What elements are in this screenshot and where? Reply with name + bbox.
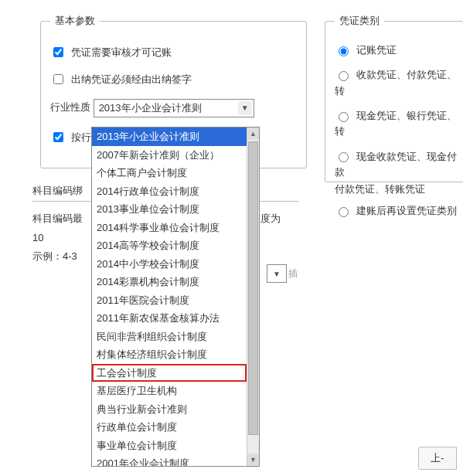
voucher-type-fieldset: 凭证类别 记账凭证 收款凭证、付款凭证、转 现金凭证、银行凭证、转 现金收款凭证…	[325, 14, 463, 182]
dropdown-item[interactable]: 2007年新会计准则（企业）	[92, 146, 247, 165]
dropdown-item[interactable]: 2013事业单位会计制度	[92, 200, 247, 219]
dropdown-scrollbar[interactable]: ▲ ▼	[247, 128, 259, 466]
dropdown-item[interactable]: 2014中小学校会计制度	[92, 255, 247, 274]
basic-params-legend: 基本参数	[50, 14, 100, 28]
review-checkbox[interactable]	[53, 47, 63, 57]
industry-selected-text: 2013年小企业会计准则	[99, 102, 202, 114]
dropdown-item[interactable]: 2014高等学校会计制度	[92, 236, 247, 255]
prev-button[interactable]: 上-	[418, 447, 457, 470]
scroll-thumb[interactable]	[248, 141, 258, 435]
scroll-down-icon[interactable]: ▼	[247, 454, 259, 466]
industry-dropdown: 2013年小企业会计准则2007年新会计准则（企业）个体工商户会计制度2014行…	[91, 127, 260, 467]
dropdown-item[interactable]: 基层医疗卫生机构	[92, 382, 247, 400]
encoding-line2: 10	[32, 232, 43, 243]
voucher-extra-line: 付款凭证、转账凭证	[335, 182, 463, 196]
dropdown-item[interactable]: 2011年医院会计制度	[92, 291, 247, 310]
dropdown-item[interactable]: 民间非营利组织会计制度	[92, 328, 247, 346]
row-review: 凭证需要审核才可记账	[50, 45, 297, 60]
voucher-radio-3[interactable]	[339, 152, 349, 162]
voucher-radio-0[interactable]	[339, 46, 349, 56]
voucher-label-4: 建账后再设置凭证类别	[356, 205, 457, 216]
voucher-type-legend: 凭证类别	[335, 14, 384, 28]
voucher-label-2: 现金凭证、银行凭证、转	[335, 110, 457, 137]
scroll-up-icon[interactable]: ▲	[247, 128, 259, 140]
dropdown-item[interactable]: 事业单位会计制度	[92, 437, 247, 455]
voucher-opt-3: 现金收款凭证、现金付款	[335, 148, 463, 180]
voucher-opt-4: 建账后再设置凭证类别	[335, 202, 463, 218]
encoding-line1a: 科目编码最	[32, 212, 83, 224]
byindustry-checkbox[interactable]	[53, 132, 63, 142]
dropdown-item[interactable]: 2011年新农保基金核算办法	[92, 309, 247, 328]
dropdown-item[interactable]: 2001年企业会计制度	[92, 454, 247, 466]
encoding-line3: 示例：4-3	[32, 250, 77, 262]
voucher-opt-0: 记账凭证	[335, 42, 463, 57]
cashier-label: 出纳凭证必须经由出纳签字	[71, 73, 192, 85]
dropdown-item[interactable]: 2014行政单位会计制度	[92, 182, 247, 201]
dropdown-item[interactable]: 典当行业新会计准则	[92, 400, 247, 419]
voucher-opt-1: 收款凭证、付款凭证、转	[335, 66, 463, 98]
dropdown-item[interactable]: 村集体经济组织会计制度	[92, 345, 247, 364]
dropdown-item[interactable]: 工会会计制度	[92, 364, 247, 382]
industry-label: 行业性质	[50, 101, 90, 113]
dropdown-item[interactable]: 2014科学事业单位会计制度	[92, 219, 247, 237]
row-industry: 行业性质 2013年小企业会计准则 ▼	[50, 99, 297, 117]
dropdown-item[interactable]: 2014彩票机构会计制度	[92, 273, 247, 291]
chevron-down-icon: ▼	[238, 101, 252, 115]
right-mini-controls: ▼ 插	[267, 264, 298, 283]
cashier-checkbox[interactable]	[53, 74, 63, 84]
voucher-opt-2: 现金凭证、银行凭证、转	[335, 107, 463, 139]
prev-button-label: 上-	[431, 452, 444, 464]
voucher-radio-1[interactable]	[339, 71, 349, 81]
industry-dropdown-list: 2013年小企业会计准则2007年新会计准则（企业）个体工商户会计制度2014行…	[92, 128, 247, 466]
insert-hint: 插	[288, 267, 298, 280]
dropdown-item[interactable]: 行政单位会计制度	[92, 418, 247, 437]
mini-select[interactable]: ▼	[267, 264, 287, 283]
industry-select[interactable]: 2013年小企业会计准则 ▼	[94, 99, 254, 117]
voucher-label-1: 收款凭证、付款凭证、转	[335, 69, 457, 96]
voucher-label-3: 现金收款凭证、现金付款	[335, 150, 457, 177]
voucher-radio-4[interactable]	[339, 207, 349, 217]
row-cashier: 出纳凭证必须经由出纳签字	[50, 72, 297, 87]
voucher-label-0: 记账凭证	[356, 44, 397, 56]
dropdown-item[interactable]: 2013年小企业会计准则	[92, 128, 247, 146]
review-label: 凭证需要审核才可记账	[71, 46, 172, 58]
voucher-radio-2[interactable]	[339, 112, 349, 122]
dropdown-item[interactable]: 个体工商户会计制度	[92, 164, 247, 182]
